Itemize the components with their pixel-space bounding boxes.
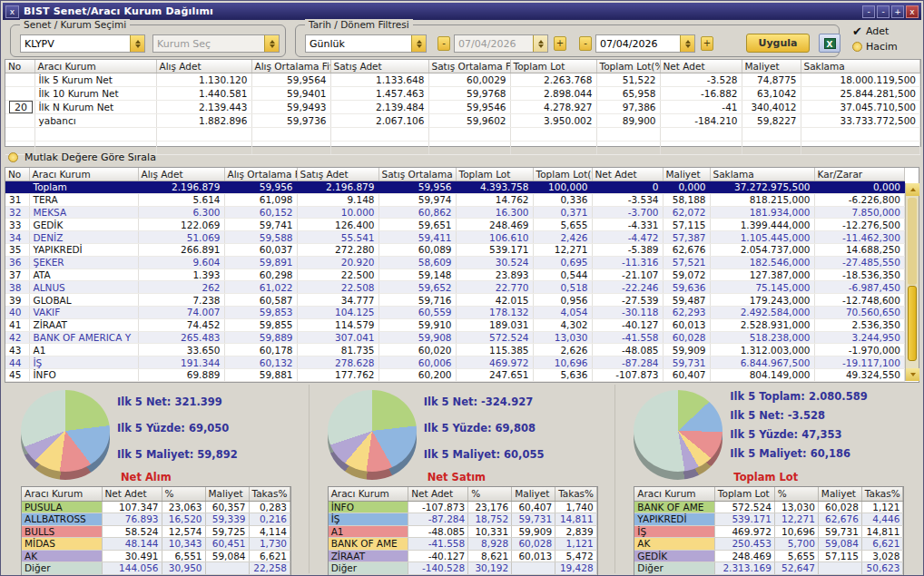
- table-row[interactable]: 43A133.65060,17881.73560,020115.3852,626…: [5, 344, 905, 356]
- hacim-option[interactable]: Hacim: [852, 41, 898, 53]
- mini-row[interactable]: ZİRAAT-40.1278,62160,0135,472: [329, 550, 597, 562]
- shade-icon[interactable]: -: [877, 5, 890, 18]
- column-header[interactable]: Takas%: [555, 487, 597, 501]
- date-from-minus-button[interactable]: -: [437, 36, 450, 51]
- kurum-spinner-icon[interactable]: [264, 35, 279, 52]
- column-header[interactable]: Toplam Lot(%): [596, 60, 660, 73]
- table-row[interactable]: 31TERA5.61461,0989.14859,97414.7620,336-…: [5, 193, 905, 206]
- summary-row[interactable]: İlk 5 Kurum Net1.130.12059,95641.133.648…: [5, 73, 920, 87]
- column-header[interactable]: Toplam Lot: [714, 487, 774, 501]
- column-header[interactable]: Alış Adet: [138, 168, 224, 181]
- senet-select[interactable]: KLYPV: [20, 34, 145, 53]
- column-header[interactable]: Alış Adet: [156, 60, 251, 73]
- period-spinner-icon[interactable]: [411, 35, 426, 52]
- excel-export-button[interactable]: X: [819, 34, 840, 53]
- apply-button[interactable]: Uygula: [746, 34, 810, 53]
- scroll-down-icon[interactable]: [906, 368, 919, 381]
- date-to-minus-button[interactable]: -: [579, 36, 592, 51]
- column-header[interactable]: %: [468, 487, 512, 501]
- table-row[interactable]: 36ŞEKER9.60459,89120.92058,60930.5240,69…: [5, 256, 905, 268]
- mini-row[interactable]: İŞ469.97210,69659,73114,811: [634, 525, 903, 538]
- mini-row[interactable]: İNFO-107.87323,17660,4071,740: [329, 501, 597, 513]
- column-header[interactable]: Satış Adet: [330, 60, 428, 73]
- column-header[interactable]: Saklama: [801, 60, 920, 73]
- table-row[interactable]: Toplam2.196.87959,9562.196.87959,9564.39…: [5, 181, 905, 194]
- table-row[interactable]: 38ALNUS26261,02222.50859,65222.7700,518-…: [5, 281, 905, 294]
- mini-row[interactable]: Diğer144.05630,95022,258: [22, 562, 290, 575]
- column-header[interactable]: Aracı Kurum: [29, 168, 138, 181]
- minimize-icon[interactable]: -: [862, 5, 875, 18]
- kurum-select[interactable]: Kurum Seç: [152, 34, 280, 53]
- table-row[interactable]: 42BANK OF AMERICA Y265.48359,889307.0415…: [5, 331, 905, 344]
- mini-row[interactable]: İŞ-87.28418,75259,73114,811: [329, 513, 597, 526]
- column-header[interactable]: Net Adet: [660, 60, 742, 73]
- scroll-up-icon[interactable]: [906, 183, 919, 196]
- date-from-plus-button[interactable]: +: [554, 36, 566, 51]
- date-to-plus-button[interactable]: +: [701, 36, 713, 51]
- table-row[interactable]: 34DENİZ51.06959,58855.54159,411106.6102,…: [5, 231, 905, 244]
- column-header[interactable]: Satış Ortalama Fiyat: [428, 60, 510, 73]
- table-row[interactable]: 40VAKIF74.00759,853104.12560,559178.1324…: [5, 306, 905, 318]
- mini-row[interactable]: MİDAS48.14410,34360,4511,730: [22, 538, 290, 551]
- column-header[interactable]: No: [5, 168, 29, 181]
- mini-row[interactable]: YAPIKREDİ539.17112,27162,6764,446: [634, 513, 903, 526]
- adet-option[interactable]: ✔ Adet: [852, 25, 889, 37]
- column-header[interactable]: Maliyet: [818, 487, 861, 501]
- column-header[interactable]: Net Adet: [408, 487, 468, 501]
- mini-row[interactable]: AK250.4535,70059,0846,621: [634, 538, 903, 551]
- mini-row[interactable]: A1-48.08510,33159,9092,839: [329, 525, 597, 538]
- column-header[interactable]: Maliyet: [742, 60, 801, 73]
- summary-row[interactable]: 20İlk N Kurum Net2.139.44359,94932.139.4…: [5, 101, 920, 114]
- column-header[interactable]: Net Adet: [592, 168, 663, 181]
- mini-row[interactable]: GEDİK248.4695,65557,1153,028: [634, 550, 903, 562]
- mini-row[interactable]: Diğer2.313.16952,64750,623: [634, 562, 903, 575]
- column-header[interactable]: Kar/Zarar: [814, 168, 905, 181]
- sort-by-absolute-option[interactable]: Mutlak Değere Göre Sırala: [8, 151, 156, 163]
- column-header[interactable]: Maliyet: [205, 487, 249, 501]
- column-header[interactable]: Maliyet: [663, 168, 710, 181]
- senet-spinner-icon[interactable]: [130, 35, 144, 52]
- date-from-input[interactable]: 07/04/2026: [454, 34, 548, 53]
- table-row[interactable]: 35YAPIKREDİ266.89160,037272.28060,089539…: [5, 243, 905, 256]
- scroll-thumb[interactable]: [908, 286, 917, 361]
- table-row[interactable]: 41ZİRAAT74.45259,855114.57959,910189.031…: [5, 318, 905, 331]
- column-header[interactable]: Net Adet: [102, 487, 162, 501]
- table-row[interactable]: 44İŞ191.34460,132278.62860,006469.97210,…: [5, 356, 905, 369]
- column-header[interactable]: No: [5, 60, 34, 73]
- column-header[interactable]: Satış Ortalama Fi: [378, 168, 456, 181]
- column-header[interactable]: Aracı Kurum: [22, 487, 102, 501]
- column-header[interactable]: Takas%: [861, 487, 903, 501]
- column-header[interactable]: Satış Adet: [297, 168, 378, 181]
- mini-row[interactable]: BANK OF AME-41.5588,92860,0281,121: [329, 538, 597, 551]
- column-header[interactable]: Saklama: [710, 168, 814, 181]
- column-header[interactable]: Toplam Lot: [456, 168, 533, 181]
- column-header[interactable]: Takas%: [249, 487, 290, 501]
- close-icon[interactable]: x: [5, 5, 19, 18]
- mini-row[interactable]: Diğer-140.52830,19219,428: [329, 562, 597, 575]
- column-header[interactable]: Toplam Lot(%: [533, 168, 592, 181]
- mini-row[interactable]: ALLBATROSS76.89316,52059,3390,216: [22, 513, 290, 526]
- column-header[interactable]: Aracı Kurum: [634, 487, 714, 501]
- mini-row[interactable]: BANK OF AME572.52413,03060,0281,121: [634, 501, 903, 513]
- table-row[interactable]: 37ATA1.39360,29822.50059,14823.8930,544-…: [5, 268, 905, 281]
- column-header[interactable]: Aracı Kurum: [329, 487, 408, 501]
- date-to-spinner-icon[interactable]: [680, 35, 694, 52]
- table-row[interactable]: 33GEDİK122.06959,741126.40059,651248.469…: [5, 219, 905, 231]
- column-header[interactable]: Maliyet: [512, 487, 555, 501]
- close-window-icon[interactable]: x: [906, 5, 919, 18]
- summary-row[interactable]: yabancı1.882.89659,97362.067.10659,96023…: [5, 114, 920, 128]
- table-row[interactable]: 32MEKSA6.30060,15210.00060,86216.3000,37…: [5, 206, 905, 219]
- column-header[interactable]: %: [162, 487, 205, 501]
- mini-row[interactable]: BULLS58.52412,57459,7254,114: [22, 525, 290, 538]
- table-row[interactable]: 39GLOBAL7.23860,58734.77759,71642.0150,9…: [5, 294, 905, 307]
- column-header[interactable]: Alış Ortalama Fiy: [224, 168, 297, 181]
- ilk-n-count-input[interactable]: 20: [9, 101, 33, 113]
- column-header[interactable]: %: [774, 487, 818, 501]
- mini-row[interactable]: AK30.4916,55159,0846,621: [22, 550, 290, 562]
- table-row[interactable]: 45İNFO69.88959,881177.76260,200247.6515,…: [5, 368, 905, 381]
- summary-row[interactable]: İlk 10 Kurum Net1.440.58159,94011.457.46…: [5, 87, 920, 101]
- maximize-icon[interactable]: +: [891, 5, 904, 18]
- column-header[interactable]: Alış Ortalama Fiyat: [251, 60, 330, 73]
- column-header[interactable]: Toplam Lot: [510, 60, 596, 73]
- scroll-track[interactable]: [908, 198, 917, 285]
